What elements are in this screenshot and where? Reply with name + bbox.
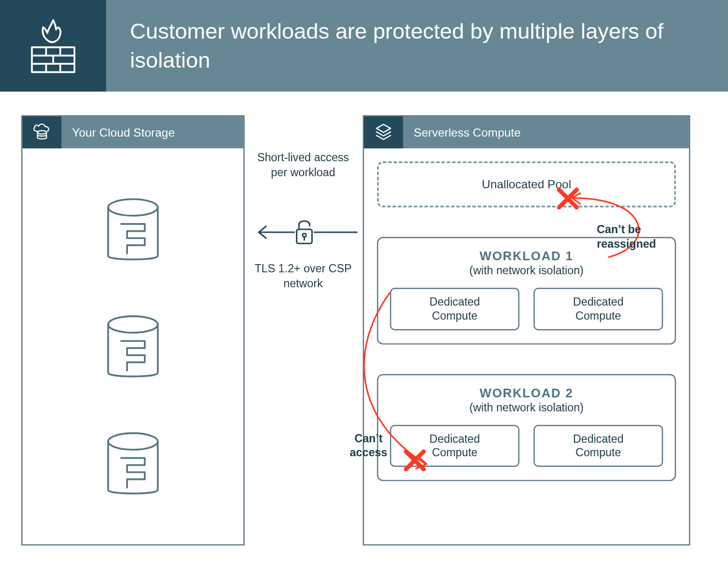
layers-icon xyxy=(374,122,394,142)
cloud-database-icon xyxy=(31,121,54,144)
serverless-icon-box xyxy=(364,116,403,148)
svg-point-9 xyxy=(108,199,158,215)
cant-be-reassigned-label: Can’t bereassigned xyxy=(597,223,656,251)
storage-cylinder-icon xyxy=(100,431,166,502)
workload-1-compute-row: DedicatedCompute DedicatedCompute xyxy=(390,288,663,330)
tls-label: TLS 1.2+ over CSP network xyxy=(253,262,353,291)
diagram-content: Your Cloud Storage xyxy=(0,92,728,562)
cloud-storage-header: Your Cloud Storage xyxy=(23,116,244,148)
svg-marker-12 xyxy=(377,125,391,133)
dedicated-compute-box: DedicatedCompute xyxy=(390,424,519,467)
workload-1-subtitle: (with network isolation) xyxy=(469,264,584,277)
short-lived-access-label: Short-lived access per workload xyxy=(253,151,353,180)
access-arrow xyxy=(248,221,361,244)
svg-point-11 xyxy=(108,433,158,450)
storage-icon-list xyxy=(23,148,244,544)
header-title-box: Customer workloads are protected by mult… xyxy=(106,0,728,92)
dedicated-compute-box: DedicatedCompute xyxy=(390,288,519,330)
workload-2-compute-row: DedicatedCompute DedicatedCompute xyxy=(390,424,663,467)
firewall-icon-box xyxy=(0,0,106,92)
workload-1-box: WORKLOAD 1 (with network isolation) Dedi… xyxy=(377,237,676,344)
cloud-storage-title: Your Cloud Storage xyxy=(61,116,243,148)
dedicated-compute-box: DedicatedCompute xyxy=(533,424,663,467)
workload-2-subtitle: (with network isolation) xyxy=(469,401,584,414)
serverless-title: Serverless Compute xyxy=(403,116,689,148)
workload-1-title: WORKLOAD 1 xyxy=(480,249,574,263)
storage-cylinder-icon xyxy=(100,197,166,268)
page-title: Customer workloads are protected by mult… xyxy=(130,17,704,74)
serverless-compute-panel: Serverless Compute Unallocated Pool WORK… xyxy=(363,115,690,546)
svg-point-8 xyxy=(38,131,47,134)
unallocated-pool-label: Unallocated Pool xyxy=(482,178,571,191)
svg-point-10 xyxy=(108,316,158,333)
cloud-storage-icon-box xyxy=(23,116,62,148)
cant-access-label: Can’taccess xyxy=(350,432,388,460)
storage-cylinder-icon xyxy=(100,314,166,385)
cloud-storage-panel: Your Cloud Storage xyxy=(21,115,245,546)
dedicated-compute-box: DedicatedCompute xyxy=(533,288,663,330)
firewall-icon xyxy=(24,16,83,75)
serverless-header: Serverless Compute xyxy=(364,116,689,148)
workload-2-title: WORKLOAD 2 xyxy=(480,386,574,400)
workload-2-box: WORKLOAD 2 (with network isolation) Dedi… xyxy=(377,374,676,481)
serverless-content: Unallocated Pool WORKLOAD 1 (with networ… xyxy=(364,148,689,544)
unallocated-pool: Unallocated Pool xyxy=(377,161,676,207)
page-header: Customer workloads are protected by mult… xyxy=(0,0,728,92)
